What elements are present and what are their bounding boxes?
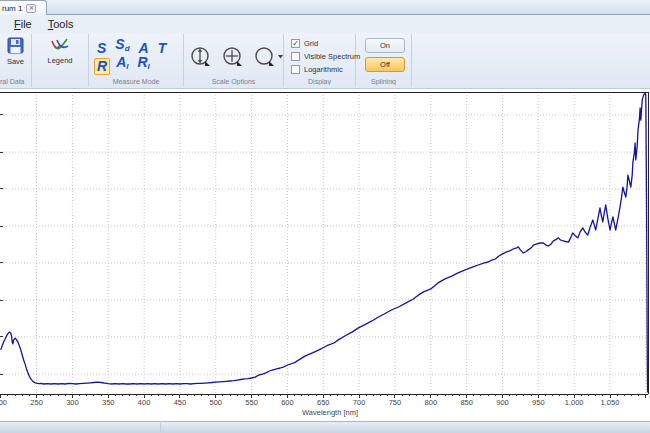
x-tick-label: 800 xyxy=(425,398,438,407)
group-label-spectral-data: ral Data xyxy=(0,78,31,85)
group-label-measure-mode: Measure Mode xyxy=(89,78,183,85)
scale-both-axes-icon[interactable] xyxy=(222,46,244,68)
legend-button-label: Legend xyxy=(47,56,72,65)
group-spectral-data: Save ral Data xyxy=(0,34,32,87)
splining-on-button[interactable]: On xyxy=(365,38,405,53)
group-splining: On Off Splining xyxy=(356,34,412,87)
checkbox-label: Logarithmic xyxy=(304,65,343,74)
x-tick-label: 400 xyxy=(138,398,151,407)
x-tick-label: 700 xyxy=(353,398,366,407)
group-display: ✓GridVisible SpectrumLogarithmic Display xyxy=(284,34,356,87)
group-scale-options: Scale Options xyxy=(184,34,284,87)
tab-spectrum-1[interactable]: rum 1 ✕ xyxy=(0,0,47,15)
spectrum-chart[interactable]: 2002503003504004505005506006507007508008… xyxy=(0,89,650,421)
x-tick-label: 1,050 xyxy=(601,398,620,407)
checkbox-row-visible-spectrum[interactable]: Visible Spectrum xyxy=(291,51,360,62)
group-legend: Legend xyxy=(32,34,89,87)
group-label-display: Display xyxy=(284,78,355,85)
status-bar-divider xyxy=(160,423,161,432)
group-label-splining: Splining xyxy=(356,78,411,85)
x-tick-label: 900 xyxy=(496,398,509,407)
save-floppy-icon xyxy=(7,37,24,54)
checkbox-label: Grid xyxy=(304,39,318,48)
x-tick-label: 450 xyxy=(174,398,187,407)
tab-label: rum 1 xyxy=(2,4,22,13)
checkbox-unchecked-icon[interactable] xyxy=(291,65,300,74)
x-tick-label: 750 xyxy=(389,398,402,407)
legend-button[interactable]: Legend xyxy=(32,37,88,65)
checkbox-checked-icon[interactable]: ✓ xyxy=(291,39,300,48)
x-tick-label: 1,000 xyxy=(565,398,584,407)
x-tick-label: 500 xyxy=(210,398,223,407)
x-tick-label: 850 xyxy=(460,398,473,407)
checkbox-row-logarithmic[interactable]: Logarithmic xyxy=(291,64,343,75)
menu-file[interactable]: File xyxy=(6,17,40,32)
x-tick-label: 350 xyxy=(102,398,115,407)
ribbon-toolbar: Save ral Data Legend SSdAT RAIRI Measure… xyxy=(0,33,650,89)
x-tick-label: 650 xyxy=(317,398,330,407)
spectrum-curve xyxy=(1,93,648,393)
menu-tools[interactable]: Tools xyxy=(40,17,82,32)
x-axis-title: Wavelength [nm] xyxy=(302,408,358,417)
spectrum-chart-panel[interactable]: 2002503003504004505005506006507007508008… xyxy=(0,89,650,421)
x-tick-label: 950 xyxy=(532,398,545,407)
group-label-scale-options: Scale Options xyxy=(184,78,283,85)
status-bar xyxy=(0,421,650,433)
checkbox-unchecked-icon[interactable] xyxy=(291,52,300,61)
checkbox-row-grid[interactable]: ✓Grid xyxy=(291,38,318,49)
checkbox-label: Visible Spectrum xyxy=(304,52,360,61)
x-tick-label: 250 xyxy=(30,398,43,407)
scale-vertical-axis-icon[interactable] xyxy=(190,46,212,68)
measure-mode-r-button[interactable]: R xyxy=(94,58,110,75)
measure-mode-row-2: RAIRI xyxy=(94,54,153,75)
x-tick-label: 200 xyxy=(0,398,7,407)
x-tick-label: 550 xyxy=(245,398,258,407)
measure-mode-ai-button[interactable]: AI xyxy=(113,54,131,75)
x-tick-label: 600 xyxy=(281,398,294,407)
save-button[interactable]: Save xyxy=(0,37,31,66)
x-tick-label: 300 xyxy=(66,398,79,407)
tab-close-icon[interactable]: ✕ xyxy=(26,4,36,13)
application-window: rum 1 ✕ File Tools Save ral Data xyxy=(0,0,650,433)
measure-mode-t-button[interactable]: T xyxy=(155,40,170,57)
measure-mode-ri-button[interactable]: RI xyxy=(134,54,152,75)
document-tab-bar: rum 1 ✕ xyxy=(0,0,650,15)
legend-curves-icon xyxy=(51,37,69,53)
menu-bar: File Tools xyxy=(0,15,650,33)
save-button-label: Save xyxy=(7,57,24,66)
zoom-out-dropdown-icon[interactable] xyxy=(254,46,284,68)
splining-off-button[interactable]: Off xyxy=(365,57,405,72)
group-measure-mode: SSdAT RAIRI Measure Mode xyxy=(89,34,184,87)
